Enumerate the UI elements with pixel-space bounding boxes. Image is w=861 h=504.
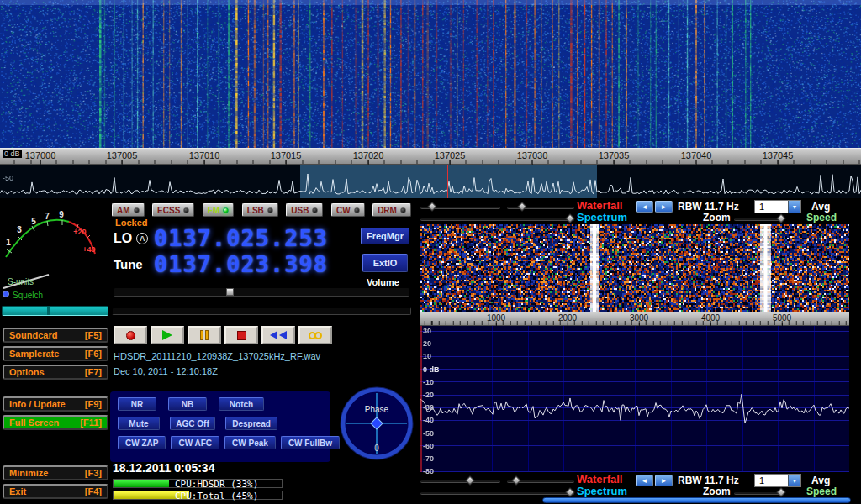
phase-label: Phase: [365, 405, 389, 414]
mode-cw-button[interactable]: CW: [331, 203, 365, 217]
bottom-lower-slider[interactable]: [507, 480, 574, 483]
smeter-scale-plus20: +20: [73, 228, 86, 236]
options-button[interactable]: Options[F7]: [3, 365, 108, 380]
waterfall-upper-slider[interactable]: [420, 206, 500, 209]
tune-row: Tune 0137.023.398: [114, 253, 328, 276]
despread-button[interactable]: Despread: [225, 417, 277, 430]
loop-button[interactable]: [298, 326, 332, 344]
mode-lsb-button[interactable]: LSB: [242, 203, 278, 217]
rf-frequency-ruler[interactable]: 1000 2000 3000 4000 5000: [420, 312, 849, 326]
waterfall-tab[interactable]: Waterfall: [577, 199, 622, 212]
bottom-avg-dropdown-arrow-icon[interactable]: ▼: [788, 475, 800, 486]
cw-afc-button[interactable]: CW AFC: [171, 436, 219, 449]
db-label: -10: [423, 378, 434, 386]
nr-button[interactable]: NR: [118, 397, 156, 411]
rf-waterfall[interactable]: [420, 224, 849, 312]
spectrum-range-slider[interactable]: [420, 218, 574, 221]
mode-drm-button[interactable]: DRM: [372, 203, 411, 217]
bottom-avg-dropdown-value: 1: [755, 475, 788, 486]
spectrum-tab[interactable]: Spectrum: [577, 211, 627, 223]
drm-led-icon: [400, 207, 406, 213]
minimize-button[interactable]: Minimize[F3]: [3, 465, 108, 480]
spectrum-range-slider-thumb[interactable]: [565, 213, 574, 223]
stop-icon: [237, 331, 246, 340]
avg-label: Avg: [811, 201, 830, 213]
freqmgr-button[interactable]: FreqMgr: [361, 228, 409, 244]
zoom-label: Zoom: [703, 212, 731, 223]
bottom-upper-slider[interactable]: [420, 480, 500, 483]
rf-ruler-label: 1000: [487, 313, 505, 323]
bottom-waterfall-tab[interactable]: Waterfall: [577, 473, 622, 486]
phase-indicator: Phase 0: [340, 386, 414, 460]
samplerate-button[interactable]: Samplerate[F6]: [3, 346, 108, 361]
main-frequency-ruler[interactable]: 137000 137005 137010 137015 137020 13702…: [0, 148, 861, 165]
cw-peak-button[interactable]: CW Peak: [224, 436, 276, 449]
zoom-slider[interactable]: [734, 218, 784, 221]
mode-usb-button[interactable]: USB: [286, 203, 323, 217]
cpu-hdsdr-label: CPU:HDSDR (33%): [175, 479, 258, 490]
datetime-display: 18.12.2011 0:05:34: [113, 461, 214, 475]
overview-db-mid-label: -50: [3, 174, 13, 182]
volume-slider-thumb[interactable]: [226, 288, 234, 296]
bottom-lower-slider-thumb[interactable]: [511, 475, 520, 485]
bottom-zoom-slider[interactable]: [734, 491, 784, 495]
shift-left-button[interactable]: ◄: [636, 201, 653, 213]
cw-zap-button[interactable]: CW ZAP: [118, 436, 166, 449]
ruler-label: 137000: [25, 150, 56, 160]
rewind-button[interactable]: [261, 326, 295, 344]
db-label: -80: [423, 467, 434, 475]
overview-spectrum[interactable]: [0, 165, 861, 198]
record-button[interactable]: [114, 326, 147, 344]
db-label: -50: [423, 429, 434, 438]
agc-button[interactable]: AGC Off: [170, 417, 215, 430]
mute-button[interactable]: Mute: [118, 417, 160, 430]
bottom-shift-right-button[interactable]: ►: [655, 475, 673, 486]
smeter-scale-9: 9: [59, 210, 64, 219]
notch-button[interactable]: Notch: [219, 397, 264, 411]
avg-dropdown[interactable]: 1 ▼: [754, 200, 801, 213]
waterfall-upper-slider-thumb[interactable]: [427, 202, 436, 211]
bottom-spectrum-range-slider-thumb[interactable]: [565, 487, 574, 496]
overview-db-top-label: 0 dB: [3, 150, 22, 158]
bottom-avg-dropdown[interactable]: 1 ▼: [754, 474, 801, 487]
waterfall-lower-slider-thumb[interactable]: [517, 202, 526, 211]
extio-button[interactable]: ExtIO: [362, 254, 408, 272]
tune-frequency-display[interactable]: 0137.023.398: [154, 253, 328, 276]
play-button[interactable]: [151, 326, 184, 344]
info-update-button[interactable]: Info / Update[F9]: [3, 396, 108, 412]
stop-button[interactable]: [224, 326, 258, 344]
lock-auto-badge-icon[interactable]: A: [136, 233, 148, 244]
avg-dropdown-arrow-icon[interactable]: ▼: [788, 201, 800, 213]
mode-am-button[interactable]: AM: [112, 203, 145, 217]
bottom-spectrum-tab[interactable]: Spectrum: [577, 485, 627, 497]
shift-right-button[interactable]: ►: [655, 201, 673, 213]
bottom-spectrum-range-slider[interactable]: [420, 491, 574, 495]
squelch-slider[interactable]: [2, 306, 108, 316]
lo-label: LO: [114, 231, 132, 246]
squelch-slider-thumb[interactable]: [47, 307, 50, 315]
bottom-shift-left-button[interactable]: ◄: [636, 475, 653, 486]
soundcard-button[interactable]: Soundcard[F5]: [3, 328, 108, 343]
lo-frequency-display[interactable]: 0137.025.253: [154, 227, 328, 249]
zoom-slider-thumb[interactable]: [776, 213, 785, 223]
waterfall-lower-slider[interactable]: [507, 206, 574, 209]
bottom-upper-slider-thumb[interactable]: [465, 475, 474, 485]
exit-button[interactable]: Exit[F4]: [3, 484, 108, 499]
fullscreen-button[interactable]: Full Screen[F11]: [3, 415, 108, 430]
mode-fm-button[interactable]: FM: [203, 203, 234, 217]
nb-button[interactable]: NB: [168, 397, 207, 411]
bottom-zoom-slider-thumb[interactable]: [776, 487, 785, 496]
volume-slider[interactable]: [114, 287, 409, 297]
cw-fullbw-button[interactable]: CW FullBw: [281, 436, 340, 449]
tuning-bar[interactable]: [112, 307, 411, 315]
speed-range-bar[interactable]: [542, 497, 851, 503]
mode-ecss-button[interactable]: ECSS: [152, 203, 194, 217]
play-icon: [162, 330, 172, 340]
bottom-avg-label: Avg: [811, 475, 830, 486]
pause-button[interactable]: [188, 326, 221, 344]
rf-spectrum[interactable]: [420, 326, 849, 472]
main-waterfall[interactable]: [0, 0, 861, 148]
tune-label: Tune: [114, 257, 154, 271]
cpu-total-label: CPU:Total (45%): [175, 491, 258, 501]
recording-filename: HDSDR_20111210_120938Z_137025kHz_RF.wav: [114, 351, 320, 361]
